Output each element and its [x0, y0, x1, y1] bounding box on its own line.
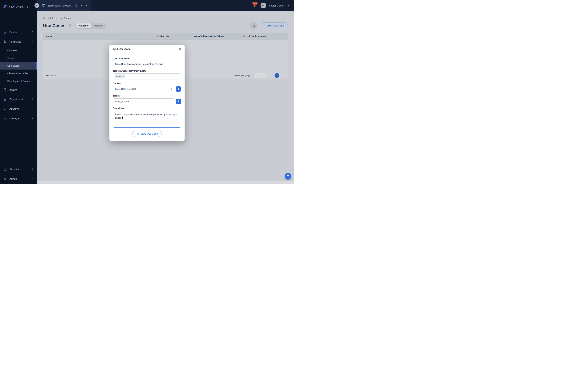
save-use-case-button[interactable]: Save Use Case	[132, 131, 162, 137]
select-arrows-icon	[170, 100, 172, 103]
use-case-name-label: Use Case Name	[113, 57, 181, 60]
text-cursor	[122, 117, 123, 119]
help-fab[interactable]: ?	[285, 173, 291, 180]
entity-chip-label: Store	[116, 75, 121, 78]
modal-header: Add Use Case ✕	[109, 45, 185, 53]
target-row: sales_amount +	[113, 98, 181, 104]
save-use-case-label: Save Use Case	[141, 132, 158, 135]
primary-entity-input[interactable]: Store ✕ ✕	[113, 74, 181, 79]
use-case-name-input[interactable]	[113, 61, 181, 67]
modal-title: Add Use Case	[113, 47, 131, 50]
primary-entity-label: Target & Context Primary Entity	[113, 70, 181, 72]
add-context-button[interactable]: +	[176, 86, 181, 92]
description-textarea[interactable]: Predict daily sales amount (revenue) per…	[113, 111, 181, 128]
entity-clear-icon[interactable]: ✕	[177, 75, 179, 78]
context-label: Context	[113, 82, 181, 84]
context-row: Store Daily Forecast +	[113, 86, 181, 92]
description-label: Description	[113, 107, 181, 110]
target-select[interactable]: sales_amount	[113, 98, 174, 104]
add-target-button[interactable]: +	[176, 99, 181, 104]
context-value: Store Daily Forecast	[115, 88, 170, 90]
chip-remove-icon[interactable]: ✕	[122, 75, 124, 78]
close-icon[interactable]: ✕	[178, 47, 182, 51]
entity-chip: Store ✕	[115, 74, 125, 78]
modal-actions: Save Use Case	[113, 130, 181, 137]
context-select[interactable]: Store Daily Forecast	[113, 86, 174, 92]
save-icon	[136, 132, 139, 135]
description-text: Predict daily sales amount (revenue) per…	[115, 113, 177, 119]
add-use-case-modal: Add Use Case ✕ Use Case Name Target & Co…	[109, 45, 185, 141]
modal-body: Use Case Name Target & Context Primary E…	[109, 53, 185, 141]
target-label: Target	[113, 94, 181, 97]
target-value: sales_amount	[115, 100, 170, 103]
select-arrows-icon	[170, 88, 172, 90]
